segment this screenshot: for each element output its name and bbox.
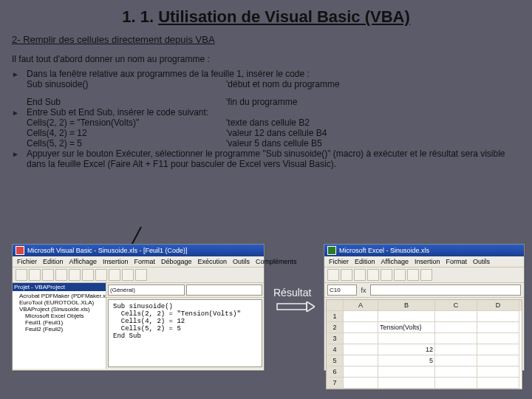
cell[interactable] (477, 311, 519, 322)
cell[interactable] (477, 344, 519, 355)
cell[interactable] (477, 366, 519, 378)
project-node[interactable]: Microsoft Excel Objets (15, 313, 103, 319)
spreadsheet-grid[interactable]: A B C D 12Tension(Volts)34125567 (326, 299, 522, 389)
toolbar-button[interactable] (407, 269, 419, 281)
row-header[interactable]: 3 (327, 333, 344, 344)
bullet-icon (12, 69, 27, 79)
menu-item[interactable]: Affichage (69, 258, 97, 265)
menu-item[interactable]: Outils (473, 258, 490, 265)
menu-item[interactable]: Fichier (329, 258, 349, 265)
menu-item[interactable]: Fichier (17, 258, 37, 265)
project-node[interactable]: Acrobat PDFMaker (PDFMaker.xla) (15, 293, 103, 299)
toolbar-button[interactable] (42, 269, 54, 281)
cell[interactable]: Tension(Volts) (378, 322, 435, 333)
cell[interactable] (477, 355, 519, 366)
cell[interactable] (378, 366, 435, 378)
toolbar-button[interactable] (122, 269, 134, 281)
project-node[interactable]: Feuil1 (Feuil1) (15, 319, 103, 326)
menu-item[interactable]: Edition (355, 258, 375, 265)
toolbar-button[interactable] (16, 269, 27, 281)
cell[interactable] (378, 311, 435, 322)
cell[interactable] (344, 355, 378, 366)
menu-item[interactable]: Outils (233, 258, 250, 265)
row-header[interactable]: 2 (327, 322, 344, 333)
name-box[interactable]: C10 (327, 284, 357, 296)
bullet2-lead: Entre Sub et End Sub, insérer le code su… (27, 107, 208, 117)
toolbar-button[interactable] (109, 269, 120, 281)
cell[interactable] (477, 378, 519, 389)
project-node[interactable]: VBAProject (Sinusoide.xls) (15, 306, 103, 313)
comment-sub-open: 'début et nom du programme (226, 79, 520, 89)
toolbar-button[interactable] (29, 269, 41, 281)
cell[interactable] (477, 333, 519, 344)
menu-item[interactable]: Insertion (103, 258, 129, 265)
row-header[interactable]: 7 (327, 378, 344, 389)
menu-item[interactable]: Edition (43, 258, 64, 265)
fx-icon[interactable]: fx (358, 287, 369, 294)
col-header[interactable]: D (477, 300, 519, 311)
row-header[interactable]: 1 (327, 311, 344, 322)
menu-item[interactable]: Insertion (415, 258, 440, 265)
object-dropdown[interactable]: (Général) (108, 284, 185, 296)
cell[interactable] (378, 378, 435, 389)
code-sub-close: End Sub (27, 97, 226, 107)
cell[interactable] (344, 366, 378, 378)
cell[interactable] (435, 322, 477, 333)
toolbar-button[interactable] (367, 269, 379, 281)
cell[interactable] (435, 366, 477, 378)
menu-item[interactable]: Compléments (256, 258, 297, 265)
col-header[interactable]: C (435, 300, 477, 311)
row-header[interactable]: 6 (327, 366, 344, 378)
toolbar-button[interactable] (135, 269, 147, 281)
cell[interactable] (344, 378, 378, 389)
select-all-cell[interactable] (327, 300, 344, 311)
cell[interactable] (435, 355, 477, 366)
row-header[interactable]: 4 (327, 344, 344, 355)
menu-item[interactable]: Exécution (198, 258, 228, 265)
result-label: Résultat (273, 287, 311, 299)
toolbar-button[interactable] (381, 269, 392, 281)
code-sub-open: Sub sinusoide() (27, 79, 226, 89)
cell[interactable] (378, 333, 435, 344)
cell[interactable] (344, 311, 378, 322)
cell[interactable] (435, 344, 477, 355)
comment-sub-close: 'fin du programme (226, 97, 520, 107)
project-explorer[interactable]: Projet - VBAProject Acrobat PDFMaker (PD… (13, 283, 106, 369)
toolbar-button[interactable] (55, 269, 67, 281)
menu-item[interactable]: Affichage (381, 258, 409, 265)
vba-title: Microsoft Visual Basic - Sinusoide.xls -… (27, 247, 187, 254)
toolbar-button[interactable] (95, 269, 107, 281)
cell[interactable] (435, 311, 477, 322)
cell[interactable] (435, 378, 477, 389)
vba-app-icon (16, 246, 24, 255)
menu-item[interactable]: Format (134, 258, 155, 265)
toolbar-run-button[interactable] (82, 269, 94, 281)
comment-line2: 'valeur 12 dans cellule B4 (226, 128, 520, 138)
bullet1-lead: Dans la fenêtre relative aux programmes … (27, 69, 310, 79)
toolbar-button[interactable] (69, 269, 81, 281)
code-editor[interactable]: Sub sinusoide() Cells(2, 2) = "Tension(V… (108, 299, 262, 367)
project-node[interactable]: Feuil2 (Feuil2) (15, 326, 103, 332)
menu-item[interactable]: Débogage (161, 258, 192, 265)
project-node[interactable]: EuroTool (EUROTOOL.XLA) (15, 299, 103, 306)
toolbar-button[interactable] (420, 269, 432, 281)
cell[interactable]: 12 (378, 344, 435, 355)
cell[interactable] (477, 322, 519, 333)
procedure-dropdown[interactable] (186, 284, 263, 296)
cell[interactable] (344, 344, 378, 355)
toolbar-button[interactable] (354, 269, 366, 281)
cell[interactable] (344, 333, 378, 344)
toolbar-button[interactable] (341, 269, 352, 281)
cell[interactable]: 5 (378, 355, 435, 366)
col-header[interactable]: A (344, 300, 378, 311)
col-header[interactable]: B (378, 300, 435, 311)
toolbar-button[interactable] (394, 269, 406, 281)
code-line3: Cells(5, 2) = 5 (27, 138, 226, 149)
toolbar-button[interactable] (327, 269, 339, 281)
code-line1: Cells(2, 2) = "Tension(Volts)" (27, 117, 226, 128)
row-header[interactable]: 5 (327, 355, 344, 366)
menu-item[interactable]: Format (446, 258, 467, 265)
formula-bar[interactable] (370, 284, 521, 296)
cell[interactable] (344, 322, 378, 333)
cell[interactable] (435, 333, 477, 344)
